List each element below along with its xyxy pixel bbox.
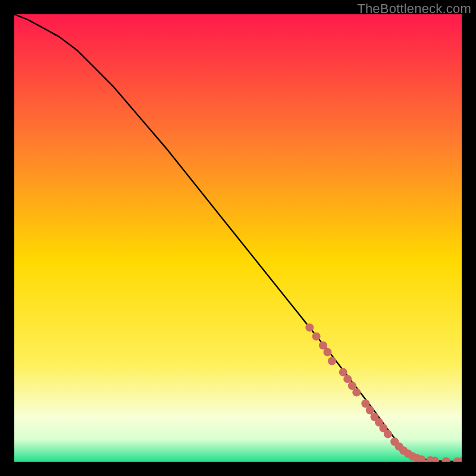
marker-dot: [352, 388, 361, 396]
marker-dot: [384, 430, 392, 438]
chart-frame: TheBottleneck.com: [0, 0, 476, 476]
chart-svg: [14, 14, 462, 462]
plot-area: [14, 14, 462, 462]
marker-dot: [312, 332, 321, 340]
marker-dot: [323, 348, 331, 356]
marker-dot: [305, 323, 314, 331]
marker-dot: [328, 357, 336, 365]
